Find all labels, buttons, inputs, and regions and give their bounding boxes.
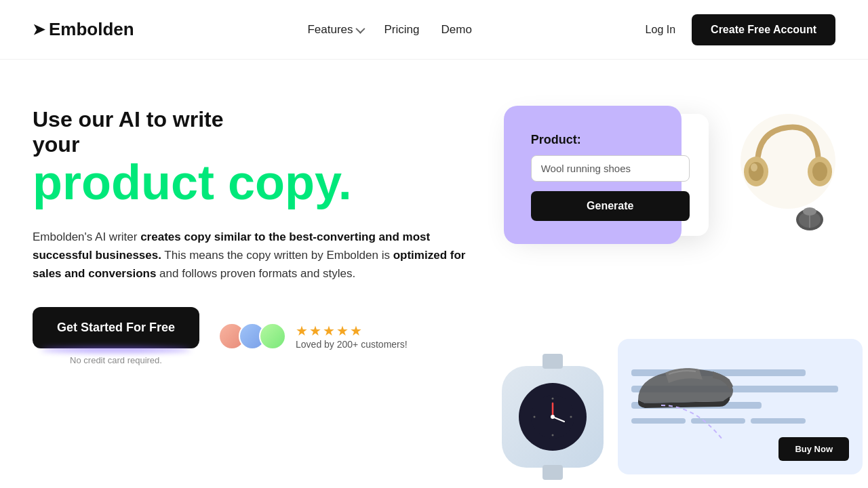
cta-wrapper: Get Started For Free No credit card requ… <box>33 307 199 365</box>
mouse-icon <box>791 202 829 232</box>
logo-icon: ➤ <box>33 21 45 39</box>
connector-line <box>654 399 736 453</box>
svg-point-5 <box>751 163 757 171</box>
chevron-down-icon <box>355 24 365 33</box>
product-label: Product: <box>531 133 690 147</box>
hero-cta-row: Get Started For Free No credit card requ… <box>33 307 474 365</box>
rating-block: ★ ★ ★ ★ ★ Loved by 200+ customers! <box>296 323 408 350</box>
nav-pricing[interactable]: Pricing <box>384 23 420 37</box>
logo[interactable]: ➤ Embolden <box>33 19 134 40</box>
headphones-image <box>734 107 842 216</box>
nav-links: Features Pricing Demo <box>307 23 471 37</box>
hero-content: Use our AI to write your product copy. E… <box>33 100 474 365</box>
login-button[interactable]: Log In <box>646 24 675 36</box>
get-started-button[interactable]: Get Started For Free <box>33 307 199 348</box>
hero-section: Use our AI to write your product copy. E… <box>0 60 868 488</box>
no-credit-card-text: No credit card required. <box>33 355 199 365</box>
create-account-button[interactable]: Create Free Account <box>692 14 835 45</box>
watch-face <box>519 383 587 451</box>
headphones-icon <box>737 110 839 212</box>
nav-actions: Log In Create Free Account <box>646 14 835 45</box>
avatar-group <box>218 323 286 350</box>
svg-point-15 <box>551 398 553 400</box>
navigation: ➤ Embolden Features Pricing Demo Log In … <box>0 0 868 60</box>
hero-title: Use our AI to write your product copy. <box>33 107 474 209</box>
nav-demo[interactable]: Demo <box>441 23 471 37</box>
svg-point-18 <box>570 416 572 418</box>
svg-point-14 <box>551 415 555 419</box>
card-cta-button[interactable]: Buy Now <box>778 437 849 461</box>
watch-icon <box>502 366 604 468</box>
social-proof: ★ ★ ★ ★ ★ Loved by 200+ customers! <box>218 323 408 350</box>
product-card: Product: Generate <box>512 114 709 236</box>
generate-button[interactable]: Generate <box>531 191 690 221</box>
hero-title-green: product copy. <box>33 155 352 209</box>
hero-desc-part1: Embolden's AI writer <box>33 230 140 243</box>
mouse-image <box>791 202 829 235</box>
product-input[interactable] <box>531 155 690 182</box>
logo-text: Embolden <box>49 19 134 40</box>
hero-desc-part3: and follows proven formats and styles. <box>156 267 355 280</box>
svg-point-9 <box>803 207 816 216</box>
hero-desc-part2: This means the copy written by Embolden … <box>161 249 393 262</box>
hero-title-line1: Use our AI to write <box>33 107 224 131</box>
svg-point-4 <box>812 162 827 181</box>
avatar <box>259 323 286 350</box>
hero-illustration: Product: Generate <box>498 100 835 488</box>
loved-by-text: Loved by 200+ customers! <box>296 339 408 350</box>
star-rating: ★ ★ ★ ★ ★ <box>296 323 408 339</box>
nav-features[interactable]: Features <box>307 23 362 37</box>
watch-image <box>498 359 607 474</box>
svg-point-17 <box>533 416 535 418</box>
hero-title-line2: your <box>33 132 79 157</box>
hero-description: Embolden's AI writer creates copy simila… <box>33 228 474 283</box>
svg-point-16 <box>551 434 553 436</box>
